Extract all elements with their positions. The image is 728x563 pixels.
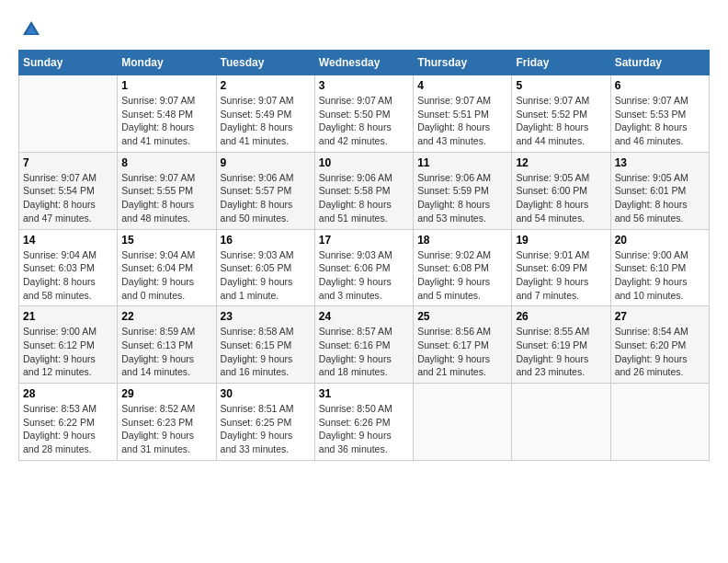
day-number: 8 <box>121 156 211 169</box>
calendar-cell: 22Sunrise: 8:59 AMSunset: 6:13 PMDayligh… <box>118 306 216 384</box>
calendar-cell: 16Sunrise: 9:03 AMSunset: 6:05 PMDayligh… <box>216 229 314 306</box>
day-number: 22 <box>121 310 211 323</box>
day-info: Sunrise: 8:53 AMSunset: 6:22 PMDaylight:… <box>23 402 113 456</box>
day-info: Sunrise: 8:59 AMSunset: 6:13 PMDaylight:… <box>121 325 211 379</box>
day-info: Sunrise: 8:52 AMSunset: 6:23 PMDaylight:… <box>121 402 211 456</box>
day-number: 14 <box>23 234 113 247</box>
day-number: 7 <box>23 156 113 169</box>
day-info: Sunrise: 8:58 AMSunset: 6:15 PMDaylight:… <box>221 325 311 379</box>
calendar-cell: 1Sunrise: 9:07 AMSunset: 5:48 PMDaylight… <box>118 75 216 153</box>
day-number: 23 <box>221 310 311 323</box>
calendar-cell: 23Sunrise: 8:58 AMSunset: 6:15 PMDayligh… <box>216 306 314 384</box>
weekday-header-saturday: Saturday <box>610 51 709 75</box>
day-number: 21 <box>23 310 113 323</box>
calendar-cell: 9Sunrise: 9:06 AMSunset: 5:57 PMDaylight… <box>216 152 314 229</box>
day-info: Sunrise: 8:51 AMSunset: 6:25 PMDaylight:… <box>221 402 311 456</box>
calendar-cell: 15Sunrise: 9:04 AMSunset: 6:04 PMDayligh… <box>118 229 216 306</box>
calendar-cell: 27Sunrise: 8:54 AMSunset: 6:20 PMDayligh… <box>610 306 709 384</box>
day-number: 2 <box>221 79 311 92</box>
calendar-cell: 7Sunrise: 9:07 AMSunset: 5:54 PMDaylight… <box>19 152 118 229</box>
day-number: 19 <box>516 234 606 247</box>
page-header <box>18 18 710 40</box>
calendar-cell: 14Sunrise: 9:04 AMSunset: 6:03 PMDayligh… <box>19 229 118 306</box>
calendar-week-row: 14Sunrise: 9:04 AMSunset: 6:03 PMDayligh… <box>19 229 710 306</box>
calendar-cell: 19Sunrise: 9:01 AMSunset: 6:09 PMDayligh… <box>512 229 610 306</box>
calendar-cell: 8Sunrise: 9:07 AMSunset: 5:55 PMDaylight… <box>118 152 216 229</box>
day-number: 15 <box>121 234 211 247</box>
day-number: 5 <box>516 79 606 92</box>
weekday-header-thursday: Thursday <box>414 51 512 75</box>
day-number: 11 <box>417 156 507 169</box>
weekday-header-friday: Friday <box>512 51 610 75</box>
calendar-table: SundayMondayTuesdayWednesdayThursdayFrid… <box>18 50 710 461</box>
calendar-cell: 18Sunrise: 9:02 AMSunset: 6:08 PMDayligh… <box>414 229 512 306</box>
day-number: 1 <box>121 79 211 92</box>
day-info: Sunrise: 9:03 AMSunset: 6:05 PMDaylight:… <box>221 248 311 303</box>
calendar-week-row: 1Sunrise: 9:07 AMSunset: 5:48 PMDaylight… <box>19 75 710 153</box>
day-info: Sunrise: 8:55 AMSunset: 6:19 PMDaylight:… <box>516 325 606 379</box>
day-number: 27 <box>615 310 705 323</box>
calendar-cell: 6Sunrise: 9:07 AMSunset: 5:53 PMDaylight… <box>610 75 709 153</box>
day-number: 10 <box>319 156 409 169</box>
day-info: Sunrise: 9:03 AMSunset: 6:06 PMDaylight:… <box>319 248 409 303</box>
day-info: Sunrise: 9:07 AMSunset: 5:51 PMDaylight:… <box>417 94 507 148</box>
weekday-header-sunday: Sunday <box>19 51 118 75</box>
day-number: 30 <box>221 387 311 400</box>
logo-icon <box>20 18 42 40</box>
calendar-cell: 28Sunrise: 8:53 AMSunset: 6:22 PMDayligh… <box>19 384 118 461</box>
day-info: Sunrise: 9:02 AMSunset: 6:08 PMDaylight:… <box>417 248 507 303</box>
day-number: 6 <box>615 79 705 92</box>
calendar-cell: 10Sunrise: 9:06 AMSunset: 5:58 PMDayligh… <box>314 152 413 229</box>
day-number: 12 <box>516 156 606 169</box>
day-info: Sunrise: 9:05 AMSunset: 6:00 PMDaylight:… <box>516 171 606 225</box>
calendar-cell: 24Sunrise: 8:57 AMSunset: 6:16 PMDayligh… <box>314 306 413 384</box>
day-info: Sunrise: 9:00 AMSunset: 6:10 PMDaylight:… <box>615 248 705 303</box>
calendar-cell: 30Sunrise: 8:51 AMSunset: 6:25 PMDayligh… <box>216 384 314 461</box>
day-number: 24 <box>319 310 409 323</box>
calendar-cell: 17Sunrise: 9:03 AMSunset: 6:06 PMDayligh… <box>314 229 413 306</box>
day-info: Sunrise: 8:57 AMSunset: 6:16 PMDaylight:… <box>319 325 409 379</box>
calendar-cell: 4Sunrise: 9:07 AMSunset: 5:51 PMDaylight… <box>414 75 512 153</box>
day-info: Sunrise: 8:54 AMSunset: 6:20 PMDaylight:… <box>615 325 705 379</box>
day-number: 13 <box>615 156 705 169</box>
calendar-cell: 20Sunrise: 9:00 AMSunset: 6:10 PMDayligh… <box>610 229 709 306</box>
day-info: Sunrise: 9:07 AMSunset: 5:54 PMDaylight:… <box>23 171 113 225</box>
calendar-cell <box>19 75 118 153</box>
day-info: Sunrise: 9:07 AMSunset: 5:48 PMDaylight:… <box>121 94 211 148</box>
day-number: 28 <box>23 387 113 400</box>
calendar-week-row: 28Sunrise: 8:53 AMSunset: 6:22 PMDayligh… <box>19 384 710 461</box>
day-number: 3 <box>319 79 409 92</box>
day-number: 25 <box>417 310 507 323</box>
weekday-header-row: SundayMondayTuesdayWednesdayThursdayFrid… <box>19 51 710 75</box>
weekday-header-monday: Monday <box>118 51 216 75</box>
day-info: Sunrise: 9:07 AMSunset: 5:52 PMDaylight:… <box>516 94 606 148</box>
calendar-cell: 12Sunrise: 9:05 AMSunset: 6:00 PMDayligh… <box>512 152 610 229</box>
calendar-cell: 5Sunrise: 9:07 AMSunset: 5:52 PMDaylight… <box>512 75 610 153</box>
day-number: 26 <box>516 310 606 323</box>
day-info: Sunrise: 9:01 AMSunset: 6:09 PMDaylight:… <box>516 248 606 303</box>
calendar-cell: 31Sunrise: 8:50 AMSunset: 6:26 PMDayligh… <box>314 384 413 461</box>
day-info: Sunrise: 9:05 AMSunset: 6:01 PMDaylight:… <box>615 171 705 225</box>
calendar-cell: 3Sunrise: 9:07 AMSunset: 5:50 PMDaylight… <box>314 75 413 153</box>
calendar-cell: 11Sunrise: 9:06 AMSunset: 5:59 PMDayligh… <box>414 152 512 229</box>
day-number: 18 <box>417 234 507 247</box>
day-number: 17 <box>319 234 409 247</box>
calendar-week-row: 7Sunrise: 9:07 AMSunset: 5:54 PMDaylight… <box>19 152 710 229</box>
day-number: 9 <box>221 156 311 169</box>
day-info: Sunrise: 9:06 AMSunset: 5:58 PMDaylight:… <box>319 171 409 225</box>
calendar-cell: 2Sunrise: 9:07 AMSunset: 5:49 PMDaylight… <box>216 75 314 153</box>
day-number: 31 <box>319 387 409 400</box>
day-number: 16 <box>221 234 311 247</box>
day-info: Sunrise: 9:07 AMSunset: 5:50 PMDaylight:… <box>319 94 409 148</box>
day-number: 4 <box>417 79 507 92</box>
day-info: Sunrise: 9:04 AMSunset: 6:04 PMDaylight:… <box>121 248 211 303</box>
day-info: Sunrise: 9:07 AMSunset: 5:49 PMDaylight:… <box>221 94 311 148</box>
logo <box>18 18 42 40</box>
day-info: Sunrise: 9:06 AMSunset: 5:57 PMDaylight:… <box>221 171 311 225</box>
day-info: Sunrise: 9:06 AMSunset: 5:59 PMDaylight:… <box>417 171 507 225</box>
weekday-header-tuesday: Tuesday <box>216 51 314 75</box>
weekday-header-wednesday: Wednesday <box>314 51 413 75</box>
calendar-cell: 21Sunrise: 9:00 AMSunset: 6:12 PMDayligh… <box>19 306 118 384</box>
day-number: 20 <box>615 234 705 247</box>
day-info: Sunrise: 9:07 AMSunset: 5:53 PMDaylight:… <box>615 94 705 148</box>
